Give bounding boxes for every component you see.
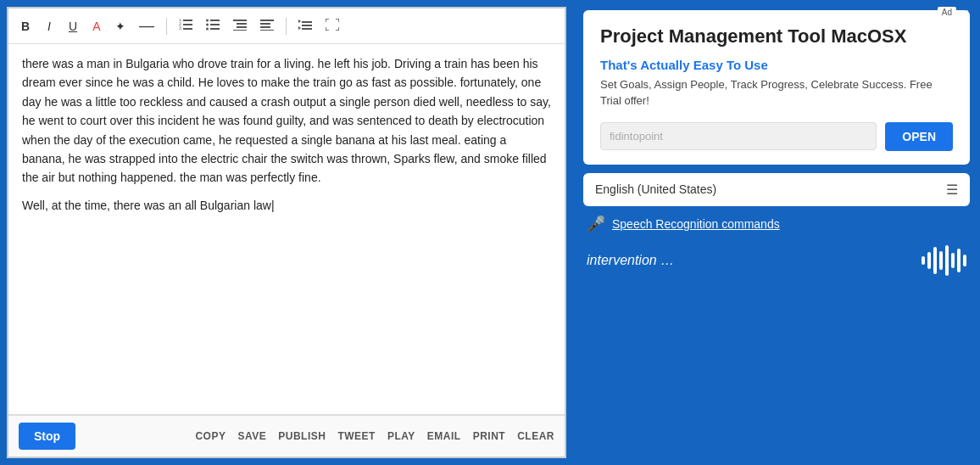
svg-rect-17 xyxy=(260,23,270,25)
svg-rect-19 xyxy=(260,30,274,31)
clear-button[interactable]: CLEAR xyxy=(517,430,554,442)
publish-button[interactable]: PUBLISH xyxy=(278,430,326,442)
sidebar-panel: Ad ✕ Project Management Tool MacOSX That… xyxy=(573,0,980,465)
svg-text:3.: 3. xyxy=(179,25,182,31)
ordered-list-button[interactable]: 1.2.3. xyxy=(174,15,198,36)
speech-commands-link[interactable]: 🎤 Speech Recognition commands xyxy=(587,215,966,233)
ad-title: Project Management Tool MacOSX xyxy=(600,25,953,48)
svg-rect-18 xyxy=(260,26,270,28)
svg-rect-1 xyxy=(183,24,192,25)
toolbar-divider-2 xyxy=(286,18,287,35)
line-spacing-button[interactable] xyxy=(293,15,317,36)
audio-bar xyxy=(963,255,966,266)
editor-panel: B I U A ✦ — 1.2.3. there was a man in Bu… xyxy=(7,7,566,458)
stop-button[interactable]: Stop xyxy=(19,423,75,450)
underline-button[interactable]: U xyxy=(63,16,83,36)
svg-rect-14 xyxy=(237,26,247,28)
speech-status-row: intervention … xyxy=(587,245,966,276)
language-text: English (United States) xyxy=(595,182,946,196)
copy-button[interactable]: COPY xyxy=(195,430,226,442)
svg-rect-15 xyxy=(233,30,247,31)
audio-bar xyxy=(933,247,937,274)
text-cursor xyxy=(271,199,275,212)
svg-point-9 xyxy=(206,20,209,22)
svg-rect-2 xyxy=(183,28,192,30)
audio-bar xyxy=(939,251,943,270)
editor-paragraph-2-text: Well, at the time, there was an all Bulg… xyxy=(22,199,271,212)
svg-point-11 xyxy=(206,28,209,31)
ad-url-display: fidintopoint xyxy=(600,122,877,150)
ad-description: Set Goals, Assign People, Track Progress… xyxy=(600,77,953,108)
speech-section: 🎤 Speech Recognition commands interventi… xyxy=(583,215,970,276)
audio-bar xyxy=(945,245,949,276)
svg-marker-23 xyxy=(298,20,301,23)
audio-bars xyxy=(922,245,966,276)
svg-rect-12 xyxy=(233,20,247,21)
audio-bar xyxy=(951,253,955,268)
font-color-button[interactable]: A xyxy=(86,16,107,36)
svg-point-10 xyxy=(206,24,209,26)
speech-status-text: intervention … xyxy=(587,253,674,268)
svg-rect-6 xyxy=(210,20,220,21)
svg-rect-21 xyxy=(302,25,312,26)
svg-rect-13 xyxy=(237,23,247,25)
svg-rect-16 xyxy=(260,20,274,21)
save-button[interactable]: SAVE xyxy=(237,430,266,442)
indent-left-button[interactable] xyxy=(228,15,252,36)
italic-button[interactable]: I xyxy=(39,16,59,36)
svg-rect-8 xyxy=(210,28,220,30)
svg-marker-24 xyxy=(298,26,301,30)
fullscreen-button[interactable] xyxy=(320,15,344,36)
menu-icon[interactable]: ☰ xyxy=(946,182,958,198)
editor-paragraph-2: Well, at the time, there was an all Bulg… xyxy=(22,196,551,215)
ad-badge: Ad xyxy=(938,7,956,18)
editor-bottom-bar: Stop COPY SAVE PUBLISH TWEET PLAY EMAIL … xyxy=(8,415,565,457)
language-selector[interactable]: English (United States) ☰ xyxy=(583,173,970,206)
indent-right-button[interactable] xyxy=(255,15,279,36)
editor-paragraph-1: there was a man in Bulgaria who drove tr… xyxy=(22,54,551,188)
ad-card: Project Management Tool MacOSX That's Ac… xyxy=(583,10,970,165)
ad-close-icon[interactable]: ✕ xyxy=(960,7,970,20)
play-button[interactable]: PLAY xyxy=(387,430,415,442)
print-button[interactable]: PRINT xyxy=(473,430,506,442)
email-button[interactable]: EMAIL xyxy=(427,430,461,442)
highlight-button[interactable]: ✦ xyxy=(110,16,131,36)
audio-bar xyxy=(922,256,925,265)
svg-rect-7 xyxy=(210,24,220,25)
audio-bar xyxy=(927,252,931,269)
editor-content[interactable]: there was a man in Bulgaria who drove tr… xyxy=(8,44,565,415)
open-button[interactable]: OPEN xyxy=(885,122,953,151)
strikethrough-button[interactable]: — xyxy=(134,14,159,38)
toolbar-divider-1 xyxy=(166,18,167,35)
audio-bar xyxy=(957,249,961,272)
unordered-list-button[interactable] xyxy=(201,15,225,36)
svg-rect-0 xyxy=(183,20,192,21)
svg-rect-22 xyxy=(302,28,312,30)
tweet-button[interactable]: TWEET xyxy=(337,430,376,442)
ad-subtitle: That's Actually Easy To Use xyxy=(600,58,953,72)
bottom-actions: COPY SAVE PUBLISH TWEET PLAY EMAIL PRINT… xyxy=(195,430,554,442)
ad-cta-row: fidintopoint OPEN xyxy=(600,122,953,151)
bold-button[interactable]: B xyxy=(15,16,36,36)
svg-rect-20 xyxy=(302,21,312,23)
speech-commands-label: Speech Recognition commands xyxy=(612,217,780,231)
toolbar: B I U A ✦ — 1.2.3. xyxy=(8,8,565,44)
microphone-icon: 🎤 xyxy=(587,215,605,233)
